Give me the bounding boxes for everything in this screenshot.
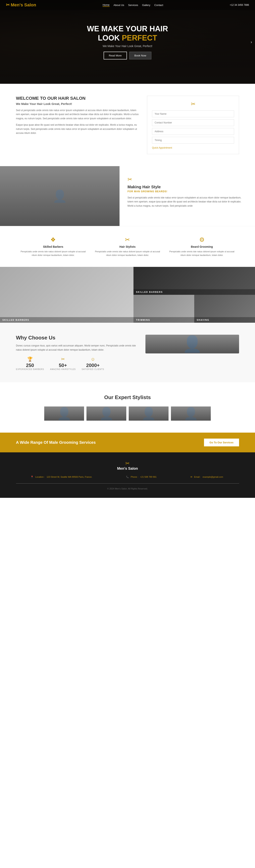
footer-location: 📍 Location : 123 Street W, Seattle WA 99… [31,475,94,479]
trophy-icon: 🏆 [16,356,44,362]
hero-buttons: Read More Book Now [87,52,168,59]
nav-about[interactable]: About Us [114,4,124,7]
why-content: Why Choose Us Donec cursus congue risus,… [16,335,138,370]
contact-input[interactable] [152,119,234,126]
email-label: Email : [194,476,201,478]
logo[interactable]: ✂ Men's Salon [6,2,36,7]
nav-home[interactable]: Home [103,3,110,7]
stylists-section: Our Expert Stylists 👤 👤 👤 👤 [0,382,255,433]
why-image-area: 👤 [145,335,239,353]
email-icon: ✉ [190,476,192,478]
service-skilled-barbers: ❖ Skilled Barbers Perspiciatis unde omni… [16,236,90,257]
stat-hairstyles-label: AMAZING HAIRSTYLES [50,368,76,370]
stat-clients-number: 2000+ [82,363,104,368]
book-now-button[interactable]: Book Now [129,52,151,59]
service-hair-stylists: ✂ Hair Stylists Perspiciatis unde omnis … [90,236,165,257]
hero-headline-1: WE MAKE YOUR HAIR [87,25,168,33]
location-label: Location : [35,476,45,478]
stylist-card-4: 👤 [171,406,211,421]
footer-phone: 📞 Phone : +21 508 789 901 [126,475,158,479]
grid-right-panels: SKILLED BARBERS TRIMMING SHAVING [134,267,255,323]
stylists-grid: 👤 👤 👤 👤 [12,406,243,421]
grid-label-3: TRIMMING [134,317,194,323]
stylists-title: Our Expert Stylists [12,394,243,401]
cta-banner: A Wide Range Of Male Grooming Services G… [0,433,255,452]
why-title: Why Choose Us [16,335,138,341]
location-icon: 📍 [31,476,33,478]
stat-barbers: 🏆 250 EXPERIENCED BARBERS [16,356,44,370]
read-more-button[interactable]: Read More [104,52,127,59]
barbers-text: Perspiciatis unde omnis iste natus dolor… [20,250,86,257]
stat-clients: ☺ 2000+ SATISFIED CLIENTS [82,356,104,370]
footer: ✂ Men's Salon 📍 Location : 123 Street W,… [0,452,255,498]
welcome-section: WELCOME TO OUR HAIR SALON We Make Your H… [0,84,255,166]
stat-barbers-label: EXPERIENCED BARBERS [16,368,44,370]
hero-subtext: We Make Your Hair Look Great, Perfect! [87,44,168,48]
address-input[interactable] [152,128,234,135]
form-scissors-icon: ✂ [191,101,195,107]
email-value: example@gmail.com [203,476,223,478]
hero-headline-gold: PERFECT [122,34,157,42]
making-text: Sed ut perspiciatis unde omnis iste natu… [128,196,247,208]
stylist-card-2: 👤 [86,406,126,421]
hero-content: WE MAKE YOUR HAIR LOOK PERFECT We Make Y… [87,24,168,59]
nav-services[interactable]: Services [128,4,138,7]
stylist-image-4: 👤 [171,406,211,421]
welcome-title: WELCOME TO OUR HAIR SALON [16,96,139,101]
why-text: Donec cursus congue risus, quis varius v… [16,344,138,352]
grid-trimming: TRIMMING [134,295,194,323]
why-section: Why Choose Us Donec cursus congue risus,… [0,323,255,382]
grid-label-1: SKILLED BARBERS [0,317,134,323]
stylists-icon: ✂ [94,236,160,243]
grid-shaving: SHAVING [194,295,255,323]
welcome-subtitle: We Make Your Hair Look Great, Perfect! [16,102,139,105]
grid-left-panel: SKILLED BARBERS [0,267,134,323]
grid-label-4: SHAVING [194,317,255,323]
welcome-p2: Eaque ipsa quae abse illo quasi sed arch… [16,123,139,135]
why-person-image: 👤 [145,335,239,353]
image-grid: SKILLED BARBERS SKILLED BARBERS TRIMMING… [0,267,255,323]
stylist-image-2: 👤 [86,406,126,421]
grooming-text: Perspiciatis unde omnis iste natus dolor… [169,250,235,257]
stylists-title: Hair Stylists [94,245,160,248]
phone-icon: 📞 [126,476,129,478]
footer-email: ✉ Email : example@gmail.com [190,475,224,479]
nav-phone: +12 34 3456 7886 [230,4,249,6]
stat-hairstyles: ✂ 50+ AMAZING HAIRSTYLES [50,356,76,370]
stat-clients-label: SATISFIED CLIENTS [82,368,104,370]
footer-bottom: © 2024 Men's Salon. All Rights Reserved. [16,488,239,490]
cta-text: A Wide Range Of Male Grooming Services [16,440,96,445]
making-image: 👤 [0,166,119,226]
barbers-icon: ❖ [20,236,86,243]
stylist-image-3: 👤 [129,406,169,421]
footer-copyright: © 2024 Men's Salon. All Rights Reserved. [107,488,148,490]
stylist-card-1: 👤 [44,406,84,421]
timing-input[interactable] [152,137,234,144]
logo-text: Men's Salon [11,2,36,7]
footer-divider [16,483,239,484]
stat-barbers-number: 250 [16,363,44,368]
phone-label: Phone : [131,476,138,478]
grooming-icon: ⚙ [169,236,235,243]
service-beard-grooming: ⚙ Beard Grooming Perspiciatis unde omnis… [165,236,239,257]
nav-gallery[interactable]: Gallery [142,4,150,7]
logo-icon: ✂ [6,2,9,7]
footer-logo: ✂ Men's Salon [16,460,239,471]
stylist-card-3: 👤 [129,406,169,421]
name-input[interactable] [152,111,234,117]
hero-next-arrow[interactable]: › [251,40,252,44]
welcome-p1: Sed ut perspiciatis unde omnis iste natu… [16,108,139,121]
phone-value: +21 508 789 901 [140,476,156,478]
nav-contact[interactable]: Contact [154,4,163,7]
quick-appointment-link[interactable]: Quick Appointment [152,146,172,149]
location-value: 123 Street W, Seattle WA 99566 Paris, Fr… [47,476,92,478]
services-row: ❖ Skilled Barbers Perspiciatis unde omni… [0,226,255,267]
smiley-icon: ☺ [82,356,104,362]
stylists-text: Perspiciatis unde omnis iste natus dolor… [94,250,160,257]
making-image-inner: 👤 [0,166,119,226]
stats-row: 🏆 250 EXPERIENCED BARBERS ✂ 50+ AMAZING … [16,356,138,370]
navbar: ✂ Men's Salon Home About Us Services Gal… [0,0,255,10]
go-to-services-button[interactable]: Go To Our Services [204,439,239,446]
scissors-stat-icon: ✂ [50,356,76,362]
grid-left-inner [0,267,134,323]
